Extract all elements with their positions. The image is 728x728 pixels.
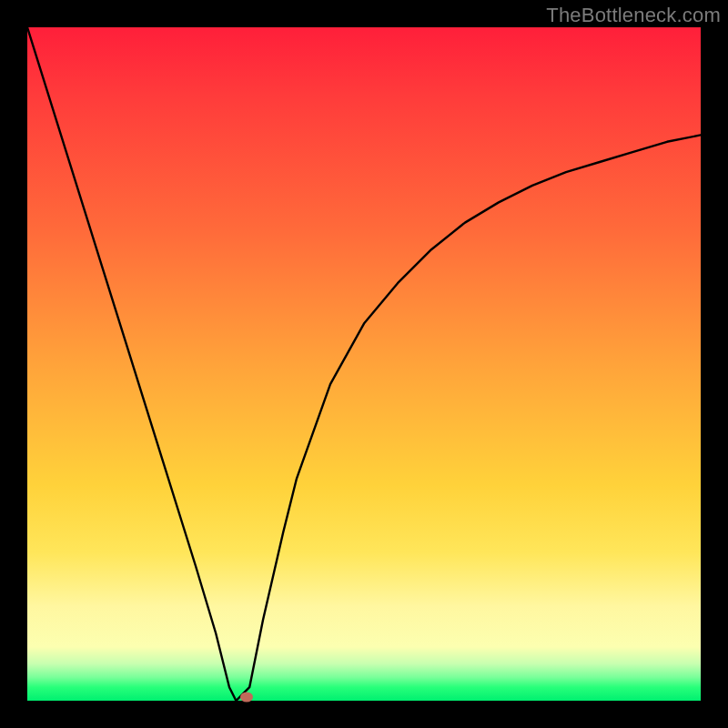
chart-frame: TheBottleneck.com bbox=[0, 0, 728, 728]
watermark-text: TheBottleneck.com bbox=[546, 4, 721, 27]
bottleneck-curve bbox=[27, 27, 701, 701]
min-marker-dot bbox=[240, 693, 253, 703]
plot-area bbox=[27, 27, 701, 701]
